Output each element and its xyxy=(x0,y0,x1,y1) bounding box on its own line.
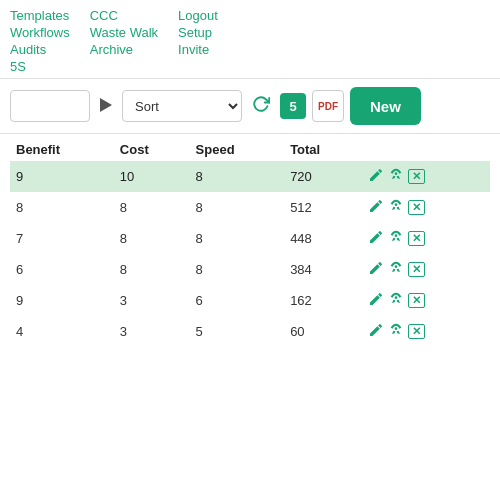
edit-button[interactable] xyxy=(368,229,384,248)
nav-link-archive[interactable]: Archive xyxy=(90,42,158,57)
delete-button[interactable]: ✕ xyxy=(408,262,425,277)
cell-speed: 8 xyxy=(190,192,285,223)
actions-container: ✕ xyxy=(368,322,484,341)
cell-benefit: 4 xyxy=(10,316,114,347)
cell-total: 512 xyxy=(284,192,362,223)
delete-x-icon: ✕ xyxy=(412,294,421,306)
rocket-icon xyxy=(388,322,404,338)
actions-cell: ✕ xyxy=(362,223,490,254)
actions-cell: ✕ xyxy=(362,192,490,223)
cell-speed: 5 xyxy=(190,316,285,347)
pencil-icon xyxy=(368,198,384,214)
cell-speed: 8 xyxy=(190,161,285,192)
delete-button[interactable]: ✕ xyxy=(408,293,425,308)
svg-marker-0 xyxy=(100,98,112,112)
count-badge: 5 xyxy=(280,93,306,119)
delete-button[interactable]: ✕ xyxy=(408,324,425,339)
delete-button[interactable]: ✕ xyxy=(408,169,425,184)
actions-container: ✕ xyxy=(368,167,484,186)
cell-benefit: 7 xyxy=(10,223,114,254)
pencil-icon xyxy=(368,167,384,183)
actions-cell: ✕ xyxy=(362,316,490,347)
cell-benefit: 9 xyxy=(10,161,114,192)
play-icon xyxy=(100,98,112,112)
delete-button[interactable]: ✕ xyxy=(408,231,425,246)
cell-benefit: 6 xyxy=(10,254,114,285)
actions-container: ✕ xyxy=(368,198,484,217)
delete-x-icon: ✕ xyxy=(412,263,421,275)
pencil-icon xyxy=(368,260,384,276)
rocket-button[interactable] xyxy=(388,167,404,186)
data-table: Benefit Cost Speed Total 9108720✕888512✕… xyxy=(10,134,490,347)
table-row: 43560✕ xyxy=(10,316,490,347)
actions-container: ✕ xyxy=(368,260,484,279)
actions-cell: ✕ xyxy=(362,254,490,285)
delete-x-icon: ✕ xyxy=(412,201,421,213)
nav-link-invite[interactable]: Invite xyxy=(178,42,218,57)
nav-link-setup[interactable]: Setup xyxy=(178,25,218,40)
col-header-speed: Speed xyxy=(190,134,285,161)
rocket-icon xyxy=(388,167,404,183)
nav-link-waste-walk[interactable]: Waste Walk xyxy=(90,25,158,40)
col-header-benefit: Benefit xyxy=(10,134,114,161)
nav-link-workflows[interactable]: Workflows xyxy=(10,25,70,40)
nav-col-1: Templates Workflows Audits 5S xyxy=(10,8,70,74)
col-header-total: Total xyxy=(284,134,362,161)
table-row: 688384✕ xyxy=(10,254,490,285)
cell-speed: 6 xyxy=(190,285,285,316)
cell-speed: 8 xyxy=(190,223,285,254)
cell-benefit: 8 xyxy=(10,192,114,223)
edit-button[interactable] xyxy=(368,322,384,341)
rocket-button[interactable] xyxy=(388,291,404,310)
cell-cost: 8 xyxy=(114,223,190,254)
edit-button[interactable] xyxy=(368,198,384,217)
nav-link-ccc[interactable]: CCC xyxy=(90,8,158,23)
table-row: 788448✕ xyxy=(10,223,490,254)
rocket-icon xyxy=(388,198,404,214)
toolbar: Sort 5 PDF New xyxy=(0,79,500,134)
nav-col-2: CCC Waste Walk Archive xyxy=(90,8,158,74)
actions-container: ✕ xyxy=(368,229,484,248)
cell-speed: 8 xyxy=(190,254,285,285)
cell-cost: 8 xyxy=(114,254,190,285)
cell-benefit: 9 xyxy=(10,285,114,316)
play-button[interactable] xyxy=(96,96,116,117)
edit-button[interactable] xyxy=(368,167,384,186)
cell-total: 448 xyxy=(284,223,362,254)
delete-x-icon: ✕ xyxy=(412,232,421,244)
pdf-button[interactable]: PDF xyxy=(312,90,344,122)
rocket-button[interactable] xyxy=(388,229,404,248)
nav-col-3: Logout Setup Invite xyxy=(178,8,218,74)
rocket-icon xyxy=(388,291,404,307)
delete-button[interactable]: ✕ xyxy=(408,200,425,215)
col-header-cost: Cost xyxy=(114,134,190,161)
nav-link-audits[interactable]: Audits xyxy=(10,42,70,57)
pencil-icon xyxy=(368,322,384,338)
cell-cost: 8 xyxy=(114,192,190,223)
search-input[interactable] xyxy=(10,90,90,122)
cell-total: 720 xyxy=(284,161,362,192)
sort-select[interactable]: Sort xyxy=(122,90,242,122)
refresh-button[interactable] xyxy=(248,93,274,119)
nav-link-logout[interactable]: Logout xyxy=(178,8,218,23)
rocket-button[interactable] xyxy=(388,322,404,341)
actions-container: ✕ xyxy=(368,291,484,310)
pencil-icon xyxy=(368,229,384,245)
rocket-button[interactable] xyxy=(388,260,404,279)
rocket-icon xyxy=(388,229,404,245)
cell-cost: 10 xyxy=(114,161,190,192)
new-button[interactable]: New xyxy=(350,87,421,125)
edit-button[interactable] xyxy=(368,260,384,279)
cell-cost: 3 xyxy=(114,316,190,347)
refresh-icon xyxy=(252,95,270,113)
delete-x-icon: ✕ xyxy=(412,170,421,182)
actions-cell: ✕ xyxy=(362,285,490,316)
data-table-wrapper: Benefit Cost Speed Total 9108720✕888512✕… xyxy=(0,134,500,347)
edit-button[interactable] xyxy=(368,291,384,310)
rocket-button[interactable] xyxy=(388,198,404,217)
nav-link-5s[interactable]: 5S xyxy=(10,59,70,74)
table-row: 936162✕ xyxy=(10,285,490,316)
actions-cell: ✕ xyxy=(362,161,490,192)
delete-x-icon: ✕ xyxy=(412,325,421,337)
nav-link-templates[interactable]: Templates xyxy=(10,8,70,23)
